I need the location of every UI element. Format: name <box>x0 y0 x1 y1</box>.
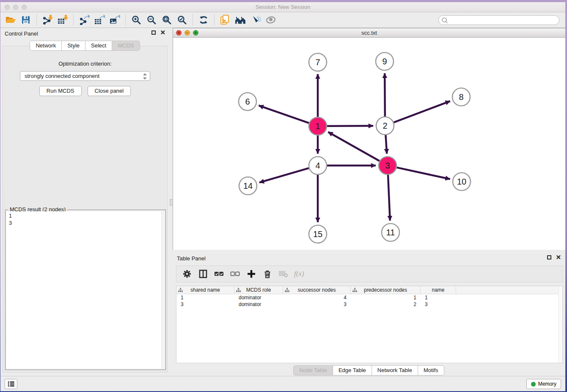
network-minimize-button[interactable]: − <box>184 30 190 36</box>
tab-style[interactable]: Style <box>61 41 85 51</box>
column-header-successor-nodes[interactable]: successor nodes <box>283 286 351 294</box>
delete-columns-button[interactable] <box>261 268 274 280</box>
deselect-all-button[interactable] <box>229 268 242 280</box>
column-label: predecessor nodes <box>364 287 407 293</box>
network-canvas[interactable]: 7968124314101511 <box>173 38 565 250</box>
zoom-out-icon <box>146 15 157 25</box>
column-header-shared-name[interactable]: shared name <box>176 286 234 294</box>
zoom-selected-button[interactable] <box>174 14 190 26</box>
tab-network[interactable]: Network <box>30 41 62 51</box>
graph-edge-1-6[interactable] <box>259 105 309 123</box>
refresh-button[interactable] <box>196 14 211 26</box>
result-scrollbar[interactable] <box>161 211 165 369</box>
tab-mcds[interactable]: MCDS <box>112 41 140 51</box>
float-panel-icon[interactable] <box>151 30 156 35</box>
column-header-name[interactable]: name <box>421 286 456 294</box>
close-panel-icon[interactable]: ✕ <box>160 30 165 35</box>
graph-edge-2-3[interactable] <box>385 135 387 154</box>
graph-node-4[interactable]: 4 <box>309 157 327 174</box>
table-cell: 3 <box>283 301 351 308</box>
float-table-panel-icon[interactable] <box>547 255 551 259</box>
graph-node-8[interactable]: 8 <box>452 88 470 106</box>
table-tab-network-table[interactable]: Network Table <box>372 365 418 375</box>
eye-icon <box>265 15 276 25</box>
select-all-icon <box>214 269 224 279</box>
table-tab-motifs[interactable]: Motifs <box>418 365 444 375</box>
graph-node-label: 10 <box>457 177 466 186</box>
table-tab-edge-table[interactable]: Edge Table <box>333 365 372 375</box>
table-row[interactable]: 3dominator323 <box>176 301 562 308</box>
close-table-panel-icon[interactable]: ✕ <box>556 255 561 260</box>
graph-node-11[interactable]: 11 <box>382 224 399 241</box>
toolbar-separator <box>125 14 126 25</box>
import-table-button[interactable] <box>55 14 70 26</box>
export-table-button[interactable] <box>92 14 107 26</box>
control-panel: Control Panel ✕ NetworkStyleSelectMCDS O… <box>0 28 170 377</box>
minimize-window-button[interactable] <box>13 5 18 10</box>
graph-node-1[interactable]: 1 <box>309 117 327 135</box>
search-box <box>438 15 559 25</box>
gear-icon <box>182 269 192 279</box>
close-window-button[interactable] <box>5 5 10 10</box>
dropdown-value: strongly connected component <box>25 73 99 79</box>
graph-edge-3-10[interactable] <box>396 168 450 179</box>
graph-edge-3-1[interactable] <box>328 132 379 161</box>
control-panel-tabs: NetworkStyleSelectMCDS <box>0 41 170 51</box>
mcds-result-text[interactable]: 13 <box>6 211 165 369</box>
table-options-button[interactable] <box>181 268 193 280</box>
memory-button[interactable]: Memory <box>526 379 561 389</box>
run-mcds-button[interactable]: Run MCDS <box>39 86 82 96</box>
column-header-predecessor-nodes[interactable]: predecessor nodes <box>351 286 421 294</box>
graph-node-6[interactable]: 6 <box>239 93 256 110</box>
open-folder-icon <box>5 15 16 25</box>
maximize-window-button[interactable] <box>22 5 27 10</box>
select-all-button[interactable] <box>213 268 226 280</box>
open-session-button[interactable] <box>3 14 18 26</box>
graph-node-3[interactable]: 3 <box>379 157 396 174</box>
graph-node-2[interactable]: 2 <box>376 117 394 135</box>
graph-node-label: 8 <box>459 92 463 102</box>
table-panel: Table Panel ✕ <box>173 253 565 377</box>
create-column-button[interactable] <box>245 268 258 280</box>
graph-edge-1-2[interactable] <box>327 126 373 126</box>
zoom-out-button[interactable] <box>144 14 159 26</box>
import-table-icon <box>57 15 68 25</box>
graph-edge-2-9[interactable] <box>385 73 385 116</box>
duplicate-network-button[interactable] <box>217 14 233 26</box>
level-of-detail-button[interactable] <box>263 14 278 26</box>
graph-edge-2-8[interactable] <box>394 101 450 122</box>
table-scrollbar[interactable] <box>559 286 562 363</box>
tab-select[interactable]: Select <box>85 41 112 51</box>
import-network-button[interactable] <box>40 14 55 26</box>
result-line: 1 <box>9 212 162 219</box>
graph-node-10[interactable]: 10 <box>453 173 471 190</box>
save-session-button[interactable] <box>18 14 33 26</box>
search-input[interactable] <box>438 15 559 25</box>
column-header-mcds-role[interactable]: MCDS role <box>234 286 283 294</box>
graph-node-14[interactable]: 14 <box>239 177 257 195</box>
graph-edge-4-14[interactable] <box>259 168 309 182</box>
network-maximize-button[interactable]: + <box>193 30 198 36</box>
graph-node-9[interactable]: 9 <box>376 52 394 70</box>
graph-edge-3-11[interactable] <box>388 175 390 221</box>
zoom-in-button[interactable] <box>129 14 144 26</box>
zoom-fit-button[interactable] <box>159 14 174 26</box>
show-hide-graphics-details-button[interactable] <box>248 14 263 26</box>
column-label: shared name <box>190 287 220 293</box>
table-cell: 2 <box>351 301 421 308</box>
close-panel-button[interactable]: Close panel <box>88 86 131 96</box>
export-image-button[interactable] <box>107 14 122 26</box>
table-row[interactable]: 1dominator411 <box>176 294 562 301</box>
table-cell: 4 <box>283 294 351 301</box>
network-close-button[interactable]: × <box>176 30 182 36</box>
first-neighbors-button[interactable] <box>233 14 248 26</box>
graph-node-15[interactable]: 15 <box>309 225 327 243</box>
task-history-button[interactable] <box>5 379 17 389</box>
optimization-criterion-dropdown[interactable]: strongly connected component <box>20 71 150 81</box>
graph-node-7[interactable]: 7 <box>309 53 327 71</box>
table-cell: dominator <box>234 294 283 301</box>
table-tab-node-table[interactable]: Node Table <box>293 365 333 375</box>
table-toolbar: f(x) <box>176 265 563 282</box>
show-hide-columns-button[interactable] <box>197 268 209 280</box>
export-network-button[interactable] <box>77 14 92 26</box>
